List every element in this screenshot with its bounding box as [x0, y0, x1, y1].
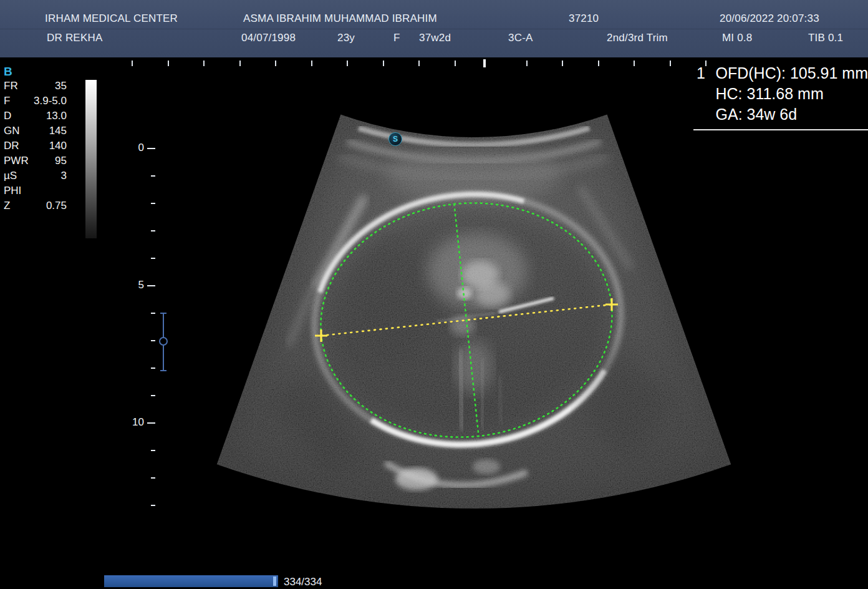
- imaging-params-panel: B FR 35 F 3.9-5.0 D 13.0 GN 145 DR 140 P…: [4, 65, 67, 213]
- param-label: PHI: [4, 183, 21, 198]
- param-row: PWR 95: [4, 153, 67, 168]
- param-row: FR 35: [4, 79, 67, 94]
- tib-value: TIB 0.1: [808, 32, 843, 44]
- param-value: 13.0: [46, 109, 67, 124]
- depth-label: 5: [128, 279, 144, 291]
- depth-label: 0: [128, 142, 144, 154]
- param-row: DR 140: [4, 139, 67, 153]
- gestational-age: 37w2d: [419, 32, 451, 44]
- focus-marker[interactable]: [159, 313, 168, 371]
- param-label: F: [4, 94, 10, 109]
- patient-id: 37210: [569, 12, 599, 25]
- frame-counter: 334/334: [284, 576, 322, 588]
- param-label: Z: [4, 198, 10, 213]
- cine-playhead[interactable]: [273, 577, 276, 586]
- param-value: 140: [49, 139, 67, 153]
- measurement-line-ga: GA: 34w 6d: [716, 104, 868, 125]
- param-value: 3.9-5.0: [34, 94, 67, 109]
- param-label: PWR: [4, 153, 29, 168]
- param-row: PHI: [4, 183, 67, 198]
- param-value: 3: [61, 168, 67, 183]
- param-value: 145: [49, 124, 67, 139]
- param-label: µS: [4, 168, 17, 183]
- patient-age: 23y: [337, 32, 355, 44]
- physician-name: DR REKHA: [47, 32, 102, 44]
- patient-info-bar: IRHAM MEDICAL CENTER ASMA IBRAHIM MUHAMM…: [0, 0, 868, 57]
- param-value: 0.75: [46, 198, 67, 213]
- param-label: GN: [4, 124, 20, 139]
- focus-marker-cap: [160, 313, 166, 314]
- param-row: µS 3: [4, 168, 67, 183]
- mi-value: MI 0.8: [722, 32, 752, 44]
- facility-name: IRHAM MEDICAL CENTER: [45, 12, 178, 25]
- patient-name: ASMA IBRAHIM MUHAMMAD IBRAHIM: [243, 12, 437, 25]
- mode-indicator: B: [4, 65, 67, 79]
- measurement-index: 1: [693, 63, 716, 125]
- depth-ruler: [147, 148, 156, 510]
- param-value: 35: [55, 79, 67, 94]
- param-label: FR: [4, 79, 18, 94]
- param-value: 95: [55, 153, 67, 168]
- param-row: D 13.0: [4, 109, 67, 124]
- focus-marker-handle[interactable]: [159, 337, 168, 346]
- measurement-line-hc: HC: 311.68 mm: [716, 84, 868, 104]
- param-row: GN 145: [4, 124, 67, 139]
- exam-datetime: 20/06/2022 20:07:33: [720, 12, 819, 25]
- depth-label: 10: [128, 416, 144, 429]
- patient-dob: 04/07/1998: [241, 32, 296, 44]
- param-row: F 3.9-5.0: [4, 94, 67, 109]
- probe-orientation-marker: S: [388, 132, 402, 146]
- width-ruler: [132, 59, 718, 68]
- param-label: D: [4, 109, 11, 124]
- measurement-line-ofd: OFD(HC): 105.91 mm: [716, 63, 868, 84]
- param-row: Z 0.75: [4, 198, 67, 213]
- focus-marker-cap: [160, 370, 166, 371]
- param-label: DR: [4, 139, 19, 153]
- scan-sector: [206, 100, 742, 524]
- measurement-results: 1 OFD(HC): 105.91 mm HC: 311.68 mm GA: 3…: [693, 63, 868, 130]
- cine-progress-bar[interactable]: [104, 575, 278, 587]
- patient-sex: F: [393, 32, 400, 44]
- exam-preset: 2nd/3rd Trim: [607, 32, 668, 44]
- results-underline: [693, 129, 868, 130]
- transducer-name: 3C-A: [508, 32, 533, 44]
- grayscale-bar: [85, 80, 97, 238]
- ultrasound-screen: IRHAM MEDICAL CENTER ASMA IBRAHIM MUHAMM…: [0, 0, 868, 589]
